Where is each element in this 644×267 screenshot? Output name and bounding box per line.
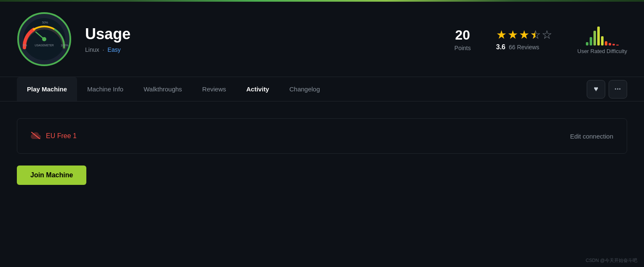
star-5: ☆ <box>542 28 552 42</box>
tab-changelog[interactable]: Changelog <box>279 77 330 101</box>
connection-card: EU Free 1 Edit connection <box>17 118 627 154</box>
navigation: Play Machine Machine Info Walkthroughs R… <box>0 77 644 101</box>
join-machine-area: Join Machine <box>17 166 627 185</box>
heart-icon: ♥ <box>594 85 599 93</box>
machine-meta: Linux · Easy <box>85 46 441 53</box>
svg-text:50%: 50% <box>42 21 48 24</box>
diff-bar-3 <box>597 27 600 45</box>
main-content: EU Free 1 Edit connection Join Machine <box>0 101 644 202</box>
tab-play-machine[interactable]: Play Machine <box>17 77 77 101</box>
diff-bar-5 <box>605 41 607 45</box>
stars-meta: 3.6 66 Reviews <box>496 43 540 51</box>
connection-info: EU Free 1 <box>31 131 77 142</box>
review-count: 66 Reviews <box>509 44 539 51</box>
star-1: ★ <box>496 28 507 42</box>
svg-text:0%: 0% <box>23 44 27 47</box>
svg-text:USAGEMETER: USAGEMETER <box>35 44 54 47</box>
svg-point-3 <box>42 37 46 41</box>
rating-block: ★ ★ ★ ☆ ☆ 3.6 66 Reviews <box>496 28 552 51</box>
more-options-button[interactable]: ••• <box>609 80 627 99</box>
points-value: 20 <box>454 27 471 43</box>
stars-row: ★ ★ ★ ☆ ☆ <box>496 28 552 42</box>
meta-separator: · <box>102 46 104 53</box>
join-machine-button[interactable]: Join Machine <box>17 166 86 185</box>
tab-reviews[interactable]: Reviews <box>192 77 236 101</box>
stats-container: 20 Points ★ ★ ★ ☆ ☆ 3.6 66 Reviews User … <box>454 24 627 54</box>
rating-value: 3.6 <box>496 43 505 51</box>
diff-bar-1 <box>590 37 592 45</box>
nav-actions: ♥ ••• <box>587 80 627 99</box>
watermark: CSDN @今天开始奋斗吧 <box>586 257 637 264</box>
points-label: Points <box>454 45 471 51</box>
star-2: ★ <box>508 28 518 42</box>
star-3: ★ <box>519 28 529 42</box>
diff-bar-2 <box>593 31 596 45</box>
difficulty-label: User Rated Difficulty <box>577 48 627 54</box>
svg-text:100%: 100% <box>61 44 68 47</box>
tab-walkthroughs[interactable]: Walkthroughs <box>134 77 192 101</box>
more-icon: ••• <box>615 86 621 92</box>
machine-title-block: Usage Linux · Easy <box>85 25 441 53</box>
favorite-button[interactable]: ♥ <box>587 80 605 99</box>
tab-machine-info[interactable]: Machine Info <box>77 77 134 101</box>
machine-difficulty: Easy <box>107 46 120 53</box>
cloud-off-icon <box>31 131 41 142</box>
connection-server-name: EU Free 1 <box>46 132 77 140</box>
diff-bar-6 <box>609 43 611 45</box>
machine-logo: 0% 50% 100% USAGEMETER <box>17 12 72 67</box>
points-block: 20 Points <box>454 27 471 51</box>
tab-activity[interactable]: Activity <box>236 77 279 101</box>
machine-header: 0% 50% 100% USAGEMETER Usage Linux · Eas… <box>0 2 644 77</box>
difficulty-bars <box>586 24 619 45</box>
diff-bar-0 <box>586 42 588 45</box>
edit-connection-button[interactable]: Edit connection <box>570 133 613 140</box>
machine-title: Usage <box>85 25 441 43</box>
diff-bar-4 <box>601 36 604 45</box>
diff-bar-8 <box>616 45 619 45</box>
difficulty-chart: User Rated Difficulty <box>577 24 627 54</box>
diff-bar-7 <box>612 44 615 45</box>
machine-os: Linux <box>85 46 99 53</box>
star-4: ☆ <box>530 28 541 42</box>
